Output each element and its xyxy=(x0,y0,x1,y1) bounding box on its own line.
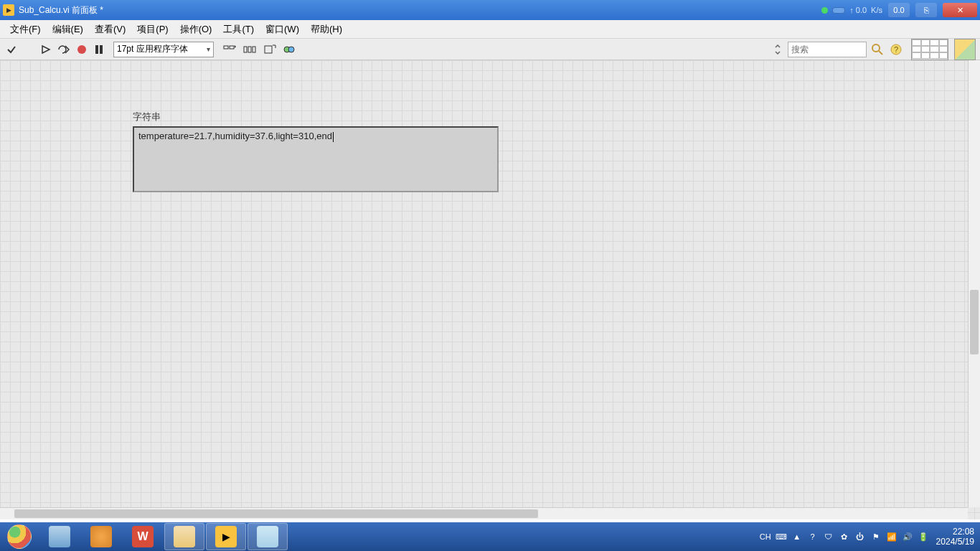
labview-icon: ▶ xyxy=(215,526,237,547)
status-pill-icon xyxy=(832,7,845,14)
svg-rect-6 xyxy=(248,47,251,52)
tray-network-icon[interactable]: 📶 xyxy=(886,531,897,542)
svg-point-11 xyxy=(872,44,880,52)
string-control-label[interactable]: 字符串 xyxy=(133,110,499,123)
paint-icon xyxy=(90,526,112,547)
string-control-value: temperature=21.7,humidity=37.6,light=310… xyxy=(138,131,332,141)
text-cursor-icon xyxy=(333,132,334,142)
tray-help-icon[interactable]: ? xyxy=(807,531,819,542)
calculator-icon xyxy=(49,526,70,547)
menu-file[interactable]: 文件(F) xyxy=(4,21,47,38)
font-selector-label: 17pt 应用程序字体 xyxy=(117,43,188,55)
svg-rect-4 xyxy=(230,46,234,49)
window-titlebar: ▶ Sub_Calcu.vi 前面板 * ↑ 0.0 K/s 0.0 ⎘ ✕ xyxy=(0,0,980,20)
tray-shield-icon[interactable]: 🛡 xyxy=(823,531,834,542)
run-arrow-button[interactable] xyxy=(39,42,53,57)
svg-rect-3 xyxy=(224,46,228,49)
distribute-button[interactable] xyxy=(241,42,258,57)
search-box[interactable] xyxy=(788,42,867,57)
menubar: 文件(F) 编辑(E) 查看(V) 项目(P) 操作(O) 工具(T) 窗口(W… xyxy=(0,20,980,39)
reorder-button[interactable] xyxy=(281,42,298,57)
task-paint[interactable] xyxy=(81,523,121,550)
align-button[interactable] xyxy=(221,42,238,57)
windows-taskbar: W ▶ CH ⌨ ▲ ? 🛡 ✿ ⏻ ⚑ 📶 🔊 🔋 22:08 2024/5/… xyxy=(0,522,980,551)
menu-window[interactable]: 窗口(W) xyxy=(260,21,305,38)
svg-rect-2 xyxy=(100,45,103,54)
titlebar-status: ↑ 0.0 K/s 0.0 ⎘ ✕ xyxy=(821,3,980,17)
svg-text:?: ? xyxy=(894,45,898,54)
ime-indicator[interactable]: CH xyxy=(760,532,771,541)
toolbar: 17pt 应用程序字体 ? xyxy=(0,39,980,60)
pause-button[interactable] xyxy=(92,42,106,57)
folder-icon xyxy=(174,526,195,547)
vertical-scrollbar[interactable] xyxy=(968,60,980,507)
font-selector[interactable]: 17pt 应用程序字体 xyxy=(113,42,214,57)
menu-help[interactable]: 帮助(H) xyxy=(305,21,348,38)
menu-edit[interactable]: 编辑(E) xyxy=(47,21,89,38)
menu-project[interactable]: 项目(P) xyxy=(131,21,174,38)
svg-point-0 xyxy=(77,45,86,54)
clock-time: 22:08 xyxy=(936,527,974,537)
search-nav-icon[interactable] xyxy=(771,42,785,57)
tray-flag-icon[interactable]: ⚑ xyxy=(870,531,882,542)
start-button[interactable] xyxy=(0,522,39,551)
labview-vi-icon: ▶ xyxy=(3,4,14,16)
net-mem-badge[interactable]: 0.0 xyxy=(888,3,910,17)
tray-battery-icon[interactable]: 🔋 xyxy=(918,531,929,542)
net-speed-unit: K/s xyxy=(871,6,882,14)
connector-pane-icon[interactable] xyxy=(911,39,948,60)
scrollbar-thumb[interactable] xyxy=(14,509,538,518)
help-icon[interactable]: ? xyxy=(888,42,904,57)
task-explorer[interactable] xyxy=(164,523,204,550)
wps-icon: W xyxy=(132,526,154,547)
system-tray: CH ⌨ ▲ ? 🛡 ✿ ⏻ ⚑ 📶 🔊 🔋 22:08 2024/5/19 xyxy=(760,527,980,547)
windows-logo-icon xyxy=(7,524,32,549)
svg-point-10 xyxy=(288,47,294,52)
tray-power-icon[interactable]: ⏻ xyxy=(854,531,866,542)
taskbar-clock[interactable]: 22:08 2024/5/19 xyxy=(933,527,974,547)
pin-button[interactable]: ⎘ xyxy=(915,3,937,17)
svg-line-12 xyxy=(879,51,882,55)
task-notepad[interactable] xyxy=(248,523,288,550)
scrollbar-thumb[interactable] xyxy=(970,290,979,354)
clock-date: 2024/5/19 xyxy=(936,537,974,547)
string-control: 字符串 temperature=21.7,humidity=37.6,light… xyxy=(133,110,499,192)
menu-tools[interactable]: 工具(T) xyxy=(217,21,260,38)
abort-button[interactable] xyxy=(75,42,89,57)
search-input[interactable] xyxy=(791,44,863,55)
net-up-speed: ↑ 0.0 xyxy=(849,6,867,14)
task-labview[interactable]: ▶ xyxy=(206,523,246,550)
svg-rect-5 xyxy=(244,47,247,52)
notepad-icon xyxy=(257,526,278,547)
tray-up-icon[interactable]: ▲ xyxy=(791,531,803,542)
vi-icon-editor[interactable] xyxy=(954,39,976,60)
search-icon[interactable] xyxy=(870,42,885,57)
svg-rect-1 xyxy=(95,45,98,54)
task-calculator[interactable] xyxy=(39,523,80,550)
front-panel-canvas[interactable]: 字符串 temperature=21.7,humidity=37.6,light… xyxy=(0,60,980,519)
tray-volume-icon[interactable]: 🔊 xyxy=(902,531,913,542)
status-dot-green-icon xyxy=(821,7,828,14)
horizontal-scrollbar[interactable] xyxy=(0,507,968,519)
menu-operate[interactable]: 操作(O) xyxy=(174,21,218,38)
menu-view[interactable]: 查看(V) xyxy=(89,21,131,38)
window-close-button[interactable]: ✕ xyxy=(943,3,977,17)
run-continuous-button[interactable] xyxy=(56,42,72,57)
window-title: Sub_Calcu.vi 前面板 * xyxy=(19,4,821,17)
run-ok-icon[interactable] xyxy=(4,42,19,57)
svg-rect-8 xyxy=(265,46,272,53)
tray-flower-icon[interactable]: ✿ xyxy=(839,531,850,542)
resize-button[interactable] xyxy=(261,42,278,57)
string-control-field[interactable]: temperature=21.7,humidity=37.6,light=310… xyxy=(133,126,499,192)
svg-rect-7 xyxy=(253,47,255,52)
tray-keyboard-icon[interactable]: ⌨ xyxy=(776,531,787,542)
task-wps[interactable]: W xyxy=(123,523,163,550)
